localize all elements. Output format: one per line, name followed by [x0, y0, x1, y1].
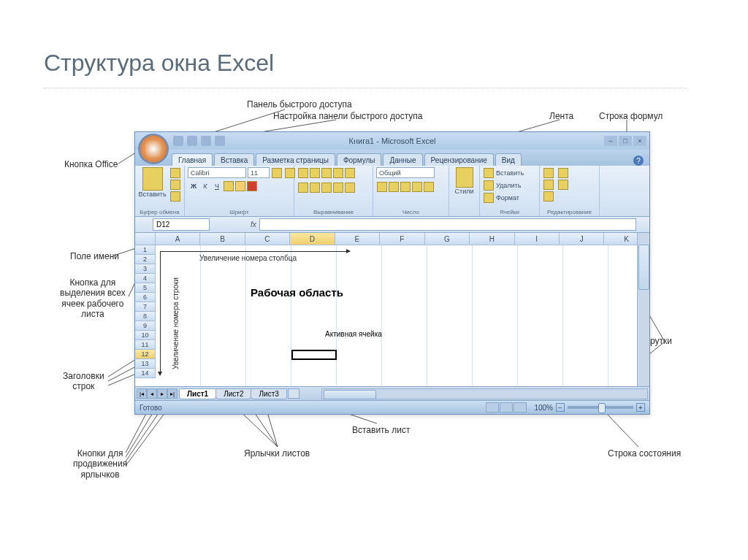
- col-header-i[interactable]: I: [515, 233, 560, 245]
- row-header[interactable]: 3: [135, 264, 156, 274]
- view-page-break-icon[interactable]: [514, 402, 527, 413]
- styles-button[interactable]: Стили: [452, 167, 476, 195]
- nav-first-icon[interactable]: |◂: [137, 388, 147, 399]
- col-header-a[interactable]: A: [156, 233, 200, 245]
- underline-button[interactable]: Ч: [212, 181, 222, 191]
- active-cell[interactable]: [291, 350, 337, 360]
- row-header[interactable]: 8: [135, 312, 156, 321]
- tab-formulas[interactable]: Формулы: [337, 153, 382, 166]
- name-box[interactable]: D12: [153, 218, 210, 231]
- row-header[interactable]: 10: [135, 331, 156, 340]
- nav-next-icon[interactable]: ▸: [157, 388, 167, 399]
- decrease-indent-icon[interactable]: [333, 183, 343, 193]
- row-header[interactable]: 1: [135, 245, 156, 255]
- fx-icon[interactable]: fx: [251, 220, 256, 229]
- align-top-icon[interactable]: [298, 168, 308, 178]
- col-header-j[interactable]: J: [560, 233, 604, 245]
- currency-icon[interactable]: [377, 182, 387, 192]
- help-icon[interactable]: ?: [633, 156, 644, 166]
- col-header-d[interactable]: D: [290, 233, 335, 245]
- italic-button[interactable]: К: [200, 181, 210, 191]
- sheet-tab-3[interactable]: Лист3: [251, 388, 286, 399]
- sheet-tab-2[interactable]: Лист2: [215, 388, 251, 399]
- row-header[interactable]: 9: [135, 321, 156, 331]
- find-select-icon[interactable]: [558, 180, 568, 190]
- bold-button[interactable]: Ж: [188, 181, 199, 191]
- qat-customize-icon[interactable]: [215, 136, 225, 146]
- align-center-icon[interactable]: [310, 183, 320, 193]
- orientation-icon[interactable]: [333, 168, 343, 178]
- fill-icon[interactable]: [543, 180, 554, 190]
- row-header[interactable]: 5: [135, 283, 156, 293]
- col-header-h[interactable]: H: [470, 233, 514, 245]
- tab-home[interactable]: Главная: [172, 153, 213, 166]
- row-header[interactable]: 14: [135, 369, 156, 378]
- clear-icon[interactable]: [543, 191, 554, 202]
- view-normal-icon[interactable]: [486, 402, 499, 413]
- tab-data[interactable]: Данные: [383, 153, 422, 166]
- sort-filter-icon[interactable]: [558, 168, 568, 178]
- col-header-c[interactable]: C: [245, 233, 290, 245]
- col-header-e[interactable]: E: [335, 233, 380, 245]
- align-bottom-icon[interactable]: [321, 168, 332, 178]
- formula-bar[interactable]: [259, 218, 636, 231]
- delete-cells-icon[interactable]: [484, 180, 494, 191]
- horizontal-scrollbar[interactable]: [321, 388, 648, 399]
- paste-button[interactable]: Вставить: [138, 167, 167, 198]
- shrink-font-icon[interactable]: [285, 168, 295, 178]
- col-header-f[interactable]: F: [380, 233, 424, 245]
- row-header[interactable]: 12: [135, 350, 156, 359]
- wrap-text-icon[interactable]: [345, 168, 355, 178]
- minimize-button[interactable]: –: [604, 136, 617, 146]
- zoom-out-button[interactable]: −: [556, 403, 565, 412]
- format-cells-icon[interactable]: [484, 193, 494, 203]
- tab-page-layout[interactable]: Разметка страницы: [256, 153, 335, 166]
- copy-icon[interactable]: [170, 180, 180, 190]
- qat-save-icon[interactable]: [173, 136, 183, 146]
- increase-decimal-icon[interactable]: [412, 182, 422, 192]
- cell-grid[interactable]: Увеличение номера столбца Увеличение ном…: [156, 245, 649, 386]
- sheet-tab-1[interactable]: Лист1: [179, 388, 216, 399]
- number-format-select[interactable]: Общий: [376, 167, 435, 178]
- row-header[interactable]: 13: [135, 359, 156, 369]
- zoom-slider[interactable]: [568, 406, 633, 409]
- tab-view[interactable]: Вид: [495, 153, 522, 166]
- font-name-select[interactable]: Calibri: [188, 167, 246, 178]
- select-all-button[interactable]: [135, 233, 156, 245]
- format-painter-icon[interactable]: [170, 191, 180, 202]
- font-color-icon[interactable]: [247, 181, 257, 191]
- autosum-icon[interactable]: [543, 168, 554, 178]
- view-page-layout-icon[interactable]: [500, 402, 513, 413]
- qat-redo-icon[interactable]: [201, 136, 211, 146]
- row-header[interactable]: 6: [135, 293, 156, 302]
- row-header[interactable]: 2: [135, 255, 156, 264]
- align-left-icon[interactable]: [298, 183, 308, 193]
- tab-review[interactable]: Рецензирование: [424, 153, 494, 166]
- border-icon[interactable]: [224, 181, 234, 191]
- grow-font-icon[interactable]: [272, 168, 282, 178]
- percent-icon[interactable]: [389, 182, 399, 192]
- qat-undo-icon[interactable]: [187, 136, 197, 146]
- align-middle-icon[interactable]: [310, 168, 320, 178]
- nav-prev-icon[interactable]: ◂: [147, 388, 157, 399]
- col-header-g[interactable]: G: [425, 233, 470, 245]
- new-sheet-button[interactable]: [288, 388, 299, 399]
- nav-last-icon[interactable]: ▸|: [167, 388, 178, 399]
- row-header[interactable]: 4: [135, 274, 156, 283]
- zoom-in-button[interactable]: +: [636, 403, 645, 412]
- close-button[interactable]: ×: [633, 136, 646, 146]
- align-right-icon[interactable]: [321, 183, 332, 193]
- comma-icon[interactable]: [400, 182, 411, 192]
- row-header[interactable]: 11: [135, 340, 156, 350]
- insert-cells-icon[interactable]: [484, 168, 494, 178]
- vertical-scrollbar[interactable]: [637, 233, 649, 386]
- row-header[interactable]: 7: [135, 302, 156, 312]
- decrease-decimal-icon[interactable]: [424, 182, 434, 192]
- office-button[interactable]: [138, 134, 169, 164]
- col-header-b[interactable]: B: [200, 233, 245, 245]
- font-size-select[interactable]: 11: [248, 167, 270, 178]
- merge-icon[interactable]: [345, 183, 355, 193]
- fill-color-icon[interactable]: [235, 181, 245, 191]
- maximize-button[interactable]: □: [619, 136, 632, 146]
- tab-insert[interactable]: Вставка: [214, 153, 254, 166]
